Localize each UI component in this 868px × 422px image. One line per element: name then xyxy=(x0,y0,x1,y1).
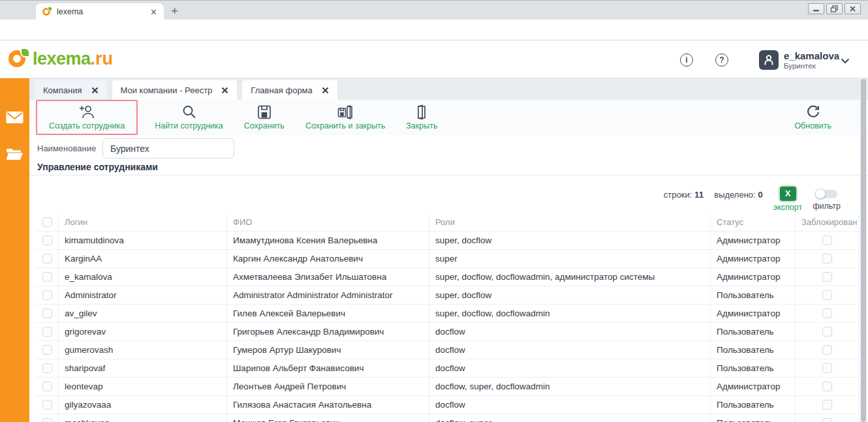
employee-table: Логин ФИО Роли Статус Заблокирован kimam… xyxy=(36,213,860,422)
search-icon xyxy=(181,104,197,120)
info-icon[interactable]: i xyxy=(680,53,693,67)
tab-my-companies-registry[interactable]: Мои компании - Реестр xyxy=(112,80,238,100)
user-avatar[interactable] xyxy=(759,50,779,70)
tab-company[interactable]: Компания xyxy=(35,80,107,100)
blocked-checkbox[interactable] xyxy=(822,418,832,422)
workspace: Компания Мои компании - Реестр Главная ф… xyxy=(29,78,868,422)
filter-toggle-block: фильтр xyxy=(813,188,841,211)
blocked-checkbox[interactable] xyxy=(822,272,832,282)
lexema-logo[interactable]: lexema.ru xyxy=(8,48,113,70)
blocked-checkbox[interactable] xyxy=(822,382,832,391)
row-checkbox[interactable] xyxy=(42,309,52,318)
blocked-checkbox[interactable] xyxy=(822,327,832,337)
user-menu-chevron-icon[interactable] xyxy=(841,58,850,64)
save-and-close-button[interactable]: Сохранить и закрыть xyxy=(300,103,390,132)
selected-label: выделено: xyxy=(714,190,755,200)
tab-close-icon[interactable]: ✕ xyxy=(150,7,157,17)
select-all-checkbox[interactable] xyxy=(42,217,52,227)
window-close-button[interactable] xyxy=(845,3,861,14)
cell-status: Администратор xyxy=(711,305,796,322)
blocked-checkbox[interactable] xyxy=(822,290,832,300)
close-button[interactable]: Закрыть xyxy=(401,103,442,132)
door-icon xyxy=(414,104,429,120)
cell-roles: docflow xyxy=(429,341,711,359)
user-company: Буринтех xyxy=(784,62,816,70)
cell-fio: Каргин Александр Анатольевич xyxy=(227,250,429,267)
window-restore-button[interactable] xyxy=(826,3,843,14)
row-checkbox[interactable] xyxy=(42,327,52,337)
row-checkbox[interactable] xyxy=(42,400,52,410)
save-button[interactable]: Сохранить xyxy=(239,103,290,132)
name-field-label: Наименование xyxy=(37,143,102,153)
cell-roles: super, docflow xyxy=(429,232,711,249)
cell-login: kimamutdinova xyxy=(59,232,227,249)
row-checkbox[interactable] xyxy=(42,290,52,300)
new-tab-button[interactable]: + xyxy=(171,3,178,19)
name-input[interactable] xyxy=(102,138,234,158)
table-row: meshkovep Мешков Егор Григорьевич docflo… xyxy=(36,414,860,422)
column-header-fio[interactable]: ФИО xyxy=(227,213,429,231)
blocked-checkbox[interactable] xyxy=(822,254,832,264)
column-header-status[interactable]: Статус xyxy=(711,213,796,231)
create-employee-button[interactable]: Создать сотрудника xyxy=(44,103,130,132)
row-checkbox[interactable] xyxy=(42,382,52,391)
cell-login: KarginAA xyxy=(59,250,227,267)
cell-roles: docflow xyxy=(429,396,711,414)
logo-suffix: .ru xyxy=(91,49,114,68)
cell-fio: Григорьев Александр Владимирович xyxy=(227,323,429,340)
cell-login: e_kamalova xyxy=(59,268,227,286)
cell-fio: Имамутдинова Ксения Валерьевна xyxy=(227,232,429,249)
blocked-checkbox[interactable] xyxy=(822,363,832,373)
mail-icon[interactable] xyxy=(6,111,23,124)
scrollbar-thumb[interactable] xyxy=(861,79,866,422)
tab-close-icon[interactable] xyxy=(221,87,228,94)
blocked-checkbox[interactable] xyxy=(822,400,832,410)
app-tab-bar: Компания Мои компании - Реестр Главная ф… xyxy=(29,78,868,100)
tab-close-icon[interactable] xyxy=(91,87,99,94)
find-employee-button[interactable]: Найти сотрудника xyxy=(149,103,228,132)
column-header-login[interactable]: Логин xyxy=(59,213,227,231)
refresh-icon xyxy=(805,104,821,120)
window-minimize-button[interactable] xyxy=(808,3,824,14)
export-button[interactable]: X экспорт xyxy=(773,187,802,212)
row-checkbox[interactable] xyxy=(42,254,52,264)
save-close-icon xyxy=(337,104,354,120)
button-label: Закрыть xyxy=(406,121,437,130)
row-checkbox[interactable] xyxy=(42,235,52,245)
browser-tab[interactable]: lexema ✕ xyxy=(36,3,164,20)
table-row: KarginAA Каргин Александр Анатольевич su… xyxy=(36,250,860,268)
tab-main-form[interactable]: Главная форма xyxy=(242,80,337,100)
cell-login: gumerovash xyxy=(59,341,227,359)
vertical-scrollbar[interactable] xyxy=(860,79,867,422)
filter-toggle[interactable] xyxy=(816,190,837,198)
help-icon[interactable]: ? xyxy=(715,53,728,67)
column-header-roles[interactable]: Роли xyxy=(429,213,711,231)
grid-info-bar: строки: 11 выделено: 0 X экспорт фильтр xyxy=(29,175,868,213)
rows-count: 11 xyxy=(694,190,704,200)
excel-export-icon: X xyxy=(780,187,796,201)
tab-close-icon[interactable] xyxy=(322,87,329,94)
toolbar: Создать сотрудника Найти сотрудника Сохр… xyxy=(29,100,868,135)
table-row: e_kamalova Ахметвалеева Элизабет Ильшато… xyxy=(36,268,860,286)
blocked-checkbox[interactable] xyxy=(822,235,832,245)
cell-login: grigorevav xyxy=(59,323,227,340)
row-checkbox[interactable] xyxy=(42,363,52,373)
row-checkbox[interactable] xyxy=(42,272,52,282)
cell-login: Administrator xyxy=(59,286,227,304)
blocked-checkbox[interactable] xyxy=(822,309,832,318)
table-row: sharipovaf Шарипов Альберт Фанависович d… xyxy=(36,359,860,378)
column-header-blocked[interactable]: Заблокирован xyxy=(796,213,860,231)
button-label: Сохранить и закрыть xyxy=(305,121,385,130)
button-label: Создать сотрудника xyxy=(49,121,125,130)
folder-icon[interactable] xyxy=(6,147,23,160)
refresh-button[interactable]: Обновить xyxy=(789,103,837,132)
row-checkbox[interactable] xyxy=(42,345,52,355)
cell-fio: Гилязова Анастасия Анатольевна xyxy=(227,396,429,414)
cell-status: Администратор xyxy=(711,378,796,395)
highlight-box: Создать сотрудника xyxy=(36,100,138,135)
row-checkbox[interactable] xyxy=(42,418,52,422)
export-label: экспорт xyxy=(773,203,802,212)
cell-status: Администратор xyxy=(711,250,796,267)
blocked-checkbox[interactable] xyxy=(822,345,832,355)
cell-fio: Шарипов Альберт Фанависович xyxy=(227,359,429,377)
